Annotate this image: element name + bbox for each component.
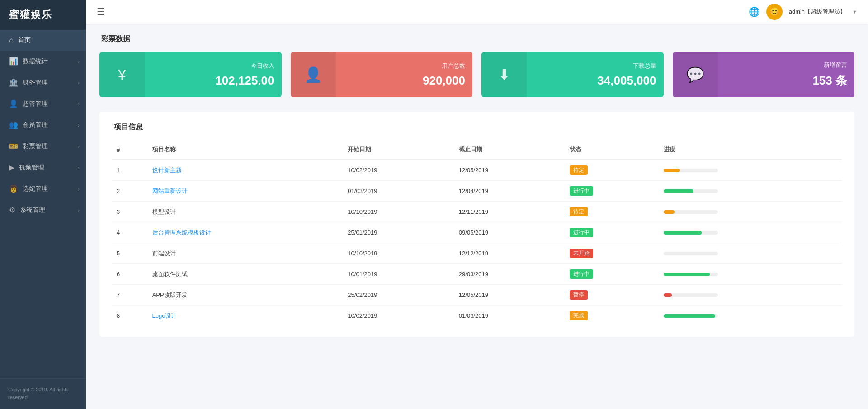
new-messages-icon: 💬 [673, 52, 718, 97]
download-total-label: 下载总量 [534, 62, 656, 70]
row-id: 2 [112, 181, 148, 202]
username-label[interactable]: admin【超级管理员】 [789, 8, 846, 16]
row-progress [659, 181, 842, 202]
new-messages-value: 153 条 [725, 73, 848, 89]
sidebar-item-label: 彩票管理 [23, 142, 48, 150]
project-section-title: 项目信息 [112, 122, 842, 132]
col-header-开始日期: 开始日期 [343, 140, 454, 160]
download-total-value: 34,005,000 [534, 74, 656, 88]
user-count-icon: 👤 [291, 52, 336, 97]
nav-arrow-finance: › [78, 80, 80, 85]
row-end: 01/03/2019 [454, 306, 565, 326]
today-income-value: 102,125.00 [152, 74, 274, 88]
progress-bar-wrap [664, 210, 718, 214]
sidebar-item-system[interactable]: ⚙ 系统管理 › [0, 199, 86, 221]
sidebar-item-member[interactable]: 👥 会员管理 › [0, 114, 86, 136]
row-end: 09/05/2019 [454, 222, 565, 243]
sidebar-item-consort[interactable]: 👩 选妃管理 › [0, 178, 86, 199]
table-header: #项目名称开始日期截止日期状态进度 [112, 140, 842, 160]
row-status: 待定 [565, 160, 659, 181]
globe-icon[interactable]: 🌐 [749, 6, 760, 17]
new-messages-label: 新增留言 [725, 61, 848, 69]
row-id: 7 [112, 285, 148, 306]
table-row: 5 前端设计 10/10/2019 12/12/2019 未开始 [112, 243, 842, 264]
status-badge: 待定 [570, 207, 588, 216]
stat-cards: ¥ 今日收入 102,125.00 👤 用户总数 920,000 ⬇ 下载总量 … [99, 52, 854, 97]
row-end: 12/12/2019 [454, 243, 565, 264]
consort-nav-icon: 👩 [9, 184, 18, 193]
row-start: 10/02/2019 [343, 160, 454, 181]
row-start: 01/03/2019 [343, 181, 454, 202]
row-id: 6 [112, 264, 148, 285]
user-count-value: 920,000 [343, 74, 466, 88]
table-header-row: #项目名称开始日期截止日期状态进度 [112, 140, 842, 160]
sidebar-item-label: 财务管理 [23, 79, 48, 87]
progress-bar-fill [664, 314, 715, 318]
progress-bar-wrap [664, 314, 718, 318]
row-start: 10/01/2019 [343, 264, 454, 285]
row-progress [659, 202, 842, 222]
col-header-#: # [112, 140, 148, 160]
col-header-进度: 进度 [659, 140, 842, 160]
progress-bar-fill [664, 169, 680, 172]
row-status: 进行中 [565, 222, 659, 243]
progress-bar-wrap [664, 169, 718, 172]
menu-toggle-button[interactable]: ☰ [97, 6, 105, 17]
sidebar-item-home[interactable]: ⌂ 首页 [0, 30, 86, 51]
nav-arrow-super-admin: › [78, 101, 80, 107]
data-stats-nav-icon: 📊 [9, 57, 18, 66]
sidebar-logo: 蜜獾娱乐 [0, 0, 86, 30]
stats-section-title: 彩票数据 [99, 34, 854, 44]
progress-bar-fill [664, 273, 710, 276]
col-header-状态: 状态 [565, 140, 659, 160]
member-nav-icon: 👥 [9, 121, 18, 129]
table-body: 1 设计新主题 10/02/2019 12/05/2019 待定 2 网站重新设… [112, 160, 842, 326]
row-status: 进行中 [565, 181, 659, 202]
stat-card-user-count: 👤 用户总数 920,000 [291, 52, 473, 97]
avatar: 😊 [766, 4, 783, 20]
sidebar-item-finance[interactable]: 🏦 财务管理 › [0, 72, 86, 93]
row-name[interactable]: 后台管理系统模板设计 [148, 222, 344, 243]
col-header-截止日期: 截止日期 [454, 140, 565, 160]
nav-arrow-video: › [78, 165, 80, 170]
sidebar-item-label: 会员管理 [23, 121, 48, 129]
main-content: ☰ 🌐 😊 admin【超级管理员】 ▼ 彩票数据 ¥ 今日收入 102,125… [86, 0, 868, 409]
download-total-info: 下载总量 34,005,000 [527, 56, 664, 94]
progress-bar-wrap [664, 231, 718, 235]
nav-arrow-lottery: › [78, 144, 80, 149]
status-badge: 进行中 [570, 228, 593, 237]
sidebar-item-super-admin[interactable]: 👤 超管管理 › [0, 93, 86, 114]
today-income-label: 今日收入 [152, 62, 274, 70]
row-status: 进行中 [565, 264, 659, 285]
status-badge: 未开始 [570, 249, 593, 258]
row-name: 模型设计 [148, 202, 344, 222]
row-progress [659, 285, 842, 306]
row-status: 完成 [565, 306, 659, 326]
row-status: 未开始 [565, 243, 659, 264]
row-start: 10/02/2019 [343, 306, 454, 326]
home-nav-icon: ⌂ [9, 36, 14, 44]
sidebar-item-label: 数据统计 [23, 57, 48, 66]
sidebar-item-data-stats[interactable]: 📊 数据统计 › [0, 51, 86, 72]
nav-arrow-system: › [78, 207, 80, 213]
sidebar-item-video[interactable]: ▶ 视频管理 › [0, 157, 86, 178]
row-name[interactable]: 设计新主题 [148, 160, 344, 181]
row-name[interactable]: Logo设计 [148, 306, 344, 326]
sidebar-nav: ⌂ 首页 📊 数据统计 › 🏦 财务管理 › 👤 超管管理 › 👥 会员管理 ›… [0, 30, 86, 378]
user-dropdown-arrow[interactable]: ▼ [852, 9, 857, 14]
progress-bar-wrap [664, 293, 718, 297]
row-name[interactable]: 网站重新设计 [148, 181, 344, 202]
progress-bar-fill [664, 210, 675, 214]
row-id: 8 [112, 306, 148, 326]
nav-arrow-member: › [78, 122, 80, 128]
project-table: #项目名称开始日期截止日期状态进度 1 设计新主题 10/02/2019 12/… [112, 140, 842, 326]
sidebar-item-lottery[interactable]: 🎫 彩票管理 › [0, 136, 86, 157]
row-progress [659, 160, 842, 181]
row-start: 10/10/2019 [343, 202, 454, 222]
stat-card-today-income: ¥ 今日收入 102,125.00 [99, 52, 282, 97]
col-header-项目名称: 项目名称 [148, 140, 344, 160]
row-progress [659, 264, 842, 285]
sidebar-footer: Copyright © 2019. All rights reserved. [0, 378, 86, 409]
new-messages-info: 新增留言 153 条 [718, 55, 855, 95]
row-end: 12/11/2019 [454, 202, 565, 222]
